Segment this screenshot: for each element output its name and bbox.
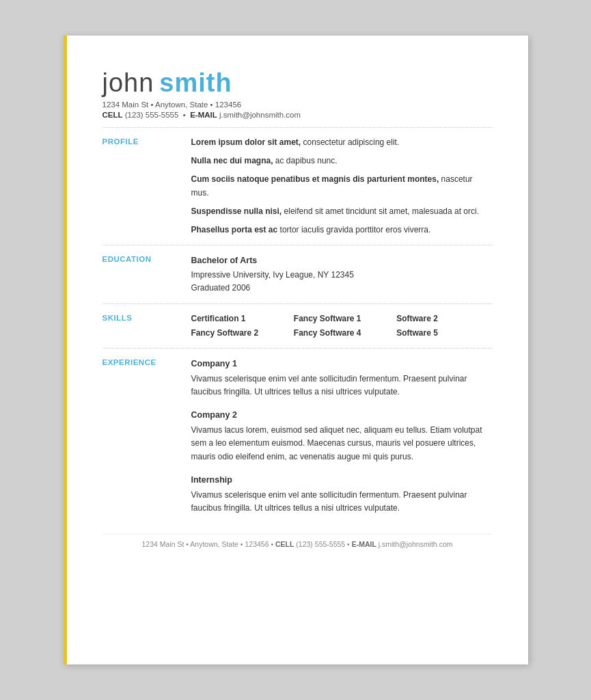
profile-bold-1: Lorem ipsum dolor sit amet, — [191, 137, 301, 147]
skill-2: Fancy Software 1 — [294, 312, 389, 325]
profile-para-1: Lorem ipsum dolor sit amet, consectetur … — [191, 136, 493, 149]
education-divider — [102, 304, 493, 304]
last-name: smith — [159, 68, 232, 98]
footer-email-label: E-MAIL — [352, 540, 376, 548]
exp-company-2: Company 2 — [191, 408, 493, 422]
exp-company-3: Internship — [191, 473, 493, 487]
profile-bold-3: Cum sociis natoque penatibus et magnis d… — [191, 174, 439, 184]
address-line: 1234 Main St • Anytown, State • 123456 — [102, 100, 493, 109]
profile-para-4: Suspendisse nulla nisi, eleifend sit ame… — [191, 205, 493, 218]
resume-footer: 1234 Main St • Anytown, State • 123456 •… — [102, 534, 493, 548]
exp-entry-2: Company 2 Vivamus lacus lorem, euismod s… — [191, 408, 493, 463]
first-name: john — [102, 68, 154, 98]
skills-section: SKILLS Certification 1 Fancy Software 1 … — [102, 312, 493, 340]
email-label: E-MAIL — [190, 111, 217, 119]
header-divider — [102, 127, 493, 128]
skill-4: Fancy Software 2 — [191, 327, 287, 340]
footer-address: 1234 Main St • Anytown, State • 123456 • — [142, 540, 276, 548]
skills-divider — [102, 348, 493, 349]
skills-content: Certification 1 Fancy Software 1 Softwar… — [191, 312, 493, 340]
profile-bold-4: Suspendisse nulla nisi, — [191, 206, 282, 216]
name-line: john smith — [102, 68, 493, 98]
email-address: j.smith@johnsmith.com — [219, 111, 301, 119]
exp-desc-2: Vivamus lacus lorem, euismod sed aliquet… — [191, 424, 493, 463]
profile-label: PROFILE — [102, 136, 191, 237]
cell-number: (123) 555-5555 — [125, 111, 179, 119]
profile-bold-2: Nulla nec dui magna, — [191, 156, 273, 165]
edu-university: Impressive University, Ivy League, NY 12… — [191, 269, 493, 282]
profile-para-5: Phasellus porta est ac tortor iaculis gr… — [191, 224, 493, 237]
profile-section: PROFILE Lorem ipsum dolor sit amet, cons… — [102, 136, 493, 237]
profile-para-2: Nulla nec dui magna, ac dapibus nunc. — [191, 154, 493, 167]
resume-header: john smith 1234 Main St • Anytown, State… — [102, 68, 493, 119]
exp-desc-1: Vivamus scelerisque enim vel ante sollic… — [191, 373, 493, 399]
profile-para-3: Cum sociis natoque penatibus et magnis d… — [191, 173, 493, 199]
profile-divider — [102, 245, 493, 245]
edu-degree: Bachelor of Arts — [191, 254, 493, 267]
skill-1: Certification 1 — [191, 312, 287, 325]
experience-content: Company 1 Vivamus scelerisque enim vel a… — [191, 357, 493, 515]
exp-company-1: Company 1 — [191, 357, 493, 371]
skills-grid: Certification 1 Fancy Software 1 Softwar… — [191, 312, 493, 340]
experience-label: EXPERIENCE — [102, 357, 191, 515]
skills-label: SKILLS — [102, 312, 191, 340]
footer-email: j.smith@johnsmith.com — [379, 540, 453, 548]
experience-section: EXPERIENCE Company 1 Vivamus scelerisque… — [102, 357, 493, 515]
skill-3: Software 2 — [396, 312, 492, 325]
education-content: Bachelor of Arts Impressive University, … — [191, 254, 493, 295]
skill-5: Fancy Software 4 — [294, 327, 389, 340]
profile-content: Lorem ipsum dolor sit amet, consectetur … — [191, 136, 493, 237]
contact-line: CELL (123) 555-5555 • E-MAIL j.smith@joh… — [102, 111, 493, 119]
resume-document: john smith 1234 Main St • Anytown, State… — [64, 36, 528, 664]
page-wrapper: john smith 1234 Main St • Anytown, State… — [0, 0, 591, 700]
footer-cell: (123) 555-5555 • — [296, 540, 351, 548]
exp-entry-3: Internship Vivamus scelerisque enim vel … — [191, 473, 493, 515]
exp-desc-3: Vivamus scelerisque enim vel ante sollic… — [191, 489, 493, 515]
profile-bold-5: Phasellus porta est ac — [191, 225, 278, 234]
footer-cell-label: CELL — [275, 540, 294, 548]
education-section: EDUCATION Bachelor of Arts Impressive Un… — [102, 254, 493, 295]
education-label: EDUCATION — [102, 254, 191, 295]
edu-graduated: Graduated 2006 — [191, 282, 493, 295]
cell-label: CELL — [102, 111, 123, 119]
exp-entry-1: Company 1 Vivamus scelerisque enim vel a… — [191, 357, 493, 399]
skill-6: Software 5 — [396, 327, 492, 340]
